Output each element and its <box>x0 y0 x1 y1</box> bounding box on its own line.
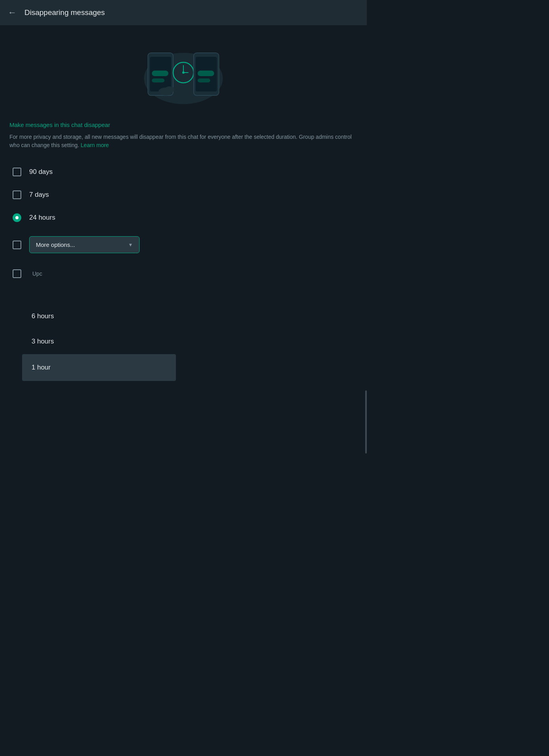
radio-24hours-selected[interactable] <box>13 213 21 222</box>
option-7days[interactable]: 7 days <box>9 183 357 206</box>
description-text: For more privacy and storage, all new me… <box>9 133 357 149</box>
option-empty-row[interactable]: Upc <box>9 260 357 287</box>
option-label-7days: 7 days <box>29 191 49 199</box>
dropdown-item-6hours[interactable]: 6 hours <box>22 304 176 329</box>
header: ← Disappearing messages <box>0 0 367 25</box>
option-more-options-row[interactable]: More options... ▼ <box>9 229 357 260</box>
illustration-container <box>0 25 367 112</box>
checkbox-7days[interactable] <box>13 190 21 199</box>
svg-rect-13 <box>198 78 210 82</box>
partial-text: Upc <box>29 267 45 280</box>
checkbox-90days[interactable] <box>13 168 21 176</box>
option-label-24hours: 24 hours <box>29 214 55 222</box>
checkbox-empty[interactable] <box>13 269 21 278</box>
dropdown-overlay: 6 hours 3 hours 1 hour <box>22 304 176 381</box>
section-title: Make messages in this chat disappear <box>9 121 357 128</box>
content-area: Make messages in this chat disappear For… <box>0 112 367 287</box>
checkbox-more-options[interactable] <box>13 241 21 249</box>
svg-point-15 <box>165 86 174 93</box>
back-button[interactable]: ← <box>8 8 17 17</box>
svg-rect-12 <box>198 71 214 76</box>
chevron-down-icon: ▼ <box>128 242 133 248</box>
svg-rect-3 <box>152 71 168 76</box>
option-label-90days: 90 days <box>29 168 53 176</box>
scroll-indicator <box>365 390 367 454</box>
options-list: 90 days 7 days 24 hours More options... … <box>9 161 357 287</box>
disappearing-messages-illustration <box>136 41 231 104</box>
dropdown-label: More options... <box>36 241 75 248</box>
option-90days[interactable]: 90 days <box>9 161 357 183</box>
dropdown-item-1hour[interactable]: 1 hour <box>22 354 176 381</box>
svg-rect-4 <box>152 78 164 82</box>
learn-more-link[interactable]: Learn more <box>81 142 109 148</box>
page-title: Disappearing messages <box>24 8 105 17</box>
dropdown-item-3hours[interactable]: 3 hours <box>22 329 176 354</box>
option-24hours[interactable]: 24 hours <box>9 206 357 229</box>
more-options-dropdown[interactable]: More options... ▼ <box>29 236 140 253</box>
